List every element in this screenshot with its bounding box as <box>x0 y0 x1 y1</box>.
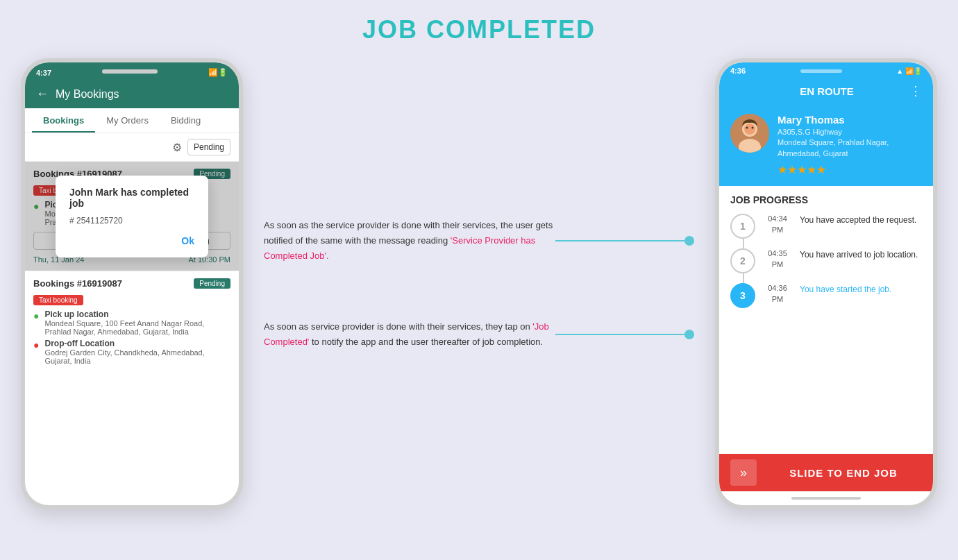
pickup-dot-2: ● <box>33 310 39 321</box>
dialog-overlay: John Mark has completed job # 2541125720… <box>25 162 239 271</box>
back-button[interactable]: ← <box>36 87 49 101</box>
dropoff-label-2: Drop-off Location <box>44 339 230 348</box>
step-time-2: 04:35PM <box>764 248 791 270</box>
booking-header-2: Bookings #16919087 Pending <box>33 278 230 289</box>
pickup-label-2: Pick up location <box>44 309 230 319</box>
step-desc-2: You have arrived to job location. <box>800 248 922 260</box>
svg-point-4 <box>746 127 748 129</box>
end-dot-2 <box>684 330 694 339</box>
tab-bidding[interactable]: Bidding <box>160 108 212 133</box>
slide-text: SLIDE TO END JOB <box>765 467 922 479</box>
step-circle-3: 3 <box>730 283 755 308</box>
pickup-item-2: ● Pick up location Mondeal Square, 100 F… <box>33 309 230 336</box>
svg-point-5 <box>752 127 754 129</box>
step-desc-3: You have started the job. <box>800 283 922 294</box>
step-circle-1: 1 <box>730 214 755 239</box>
svg-point-3 <box>744 124 755 135</box>
pickup-address-2: Mondeal Square, 100 Feet Anand Nagar Roa… <box>44 319 230 336</box>
provider-avatar <box>730 114 769 153</box>
right-header: EN ROUTE ⋮ <box>719 78 933 107</box>
page-title: JOB COMPLETED <box>362 15 596 44</box>
booking-id-2: Bookings #16919087 <box>33 278 122 289</box>
tabs-bar: Bookings My Orders Bidding <box>25 108 239 133</box>
progress-step-3: 3 04:36PM You have started the job. <box>730 283 922 308</box>
flex-spacer <box>719 328 933 454</box>
step-time-3: 04:36PM <box>764 283 791 305</box>
left-time: 4:37 <box>36 69 51 77</box>
dropoff-item-2: ● Drop-off Location Godrej Garden City, … <box>33 339 230 365</box>
provider-name: Mary Thomas <box>778 114 922 126</box>
screen-title: EN ROUTE <box>744 85 909 97</box>
job-progress-section: JOB PROGRESS 1 04:34PM You have accepted… <box>719 186 933 328</box>
filter-bar: ⚙ Pending <box>25 133 239 161</box>
end-dot-1 <box>684 236 694 246</box>
left-status-bar: 4:37 📶🔋 <box>25 62 239 80</box>
right-status-icons: ▲ 📶🔋 <box>896 67 922 75</box>
annotations-area: As soon as the service provider is done … <box>250 204 708 364</box>
step-time-1: 04:34PM <box>764 214 791 235</box>
annotation-text-1: As soon as the service provider is done … <box>264 218 555 264</box>
annotation-row-1: As soon as the service provider is done … <box>264 218 694 264</box>
provider-stars: ★★★★★ <box>778 163 922 176</box>
header-title: My Bookings <box>56 88 119 101</box>
slide-arrow-icon: » <box>730 459 757 486</box>
right-phone: 4:36 ▲ 📶🔋 EN ROUTE ⋮ <box>715 58 937 509</box>
annotation-row-2: As soon as service provider is done with… <box>264 319 694 350</box>
step-circle-2: 2 <box>730 248 755 273</box>
status-filter[interactable]: Pending <box>187 139 230 155</box>
dropoff-address-2: Godrej Garden City, Chandkheda, Ahmedaba… <box>44 348 230 365</box>
booking-card-2: Bookings #16919087 Pending Taxi booking … <box>25 271 239 375</box>
annotation-line-2 <box>555 330 694 339</box>
dialog-job-number: # 2541125720 <box>69 214 194 227</box>
annotation-text-2: As soon as service provider is done with… <box>264 319 555 350</box>
booking-card-1: Bookings #16919087 Pending Taxi booking … <box>25 161 239 271</box>
provider-address-line3: Ahmedabad, Gujarat <box>778 149 922 159</box>
provider-info: Mary Thomas A305,S.G Highway Mondeal Squ… <box>778 114 922 176</box>
provider-address-line2: Mondeal Square, Prahlad Nagar, <box>778 137 922 148</box>
annotation-line-1 <box>555 236 694 246</box>
left-phone: 4:37 📶🔋 ← My Bookings Bookings My Orders… <box>21 58 243 509</box>
progress-step-2: 2 04:35PM You have arrived to job locati… <box>730 248 922 273</box>
left-header: ← My Bookings <box>25 80 239 108</box>
menu-dots-icon[interactable]: ⋮ <box>909 83 922 99</box>
step-desc-1: You have accepted the request. <box>800 214 922 225</box>
tab-bookings[interactable]: Bookings <box>32 108 95 133</box>
home-bar <box>791 497 861 500</box>
status-badge-2: Pending <box>194 278 230 289</box>
progress-step-1: 1 04:34PM You have accepted the request. <box>730 214 922 239</box>
provider-address-line1: A305,S.G Highway <box>778 127 922 137</box>
dialog-title: John Mark has completed job <box>69 187 194 209</box>
dialog-ok-button[interactable]: Ok <box>69 235 194 246</box>
slide-bar[interactable]: » SLIDE TO END JOB <box>719 454 933 491</box>
progress-title: JOB PROGRESS <box>730 194 922 205</box>
tab-my-orders[interactable]: My Orders <box>95 108 160 133</box>
right-status-bar: 4:36 ▲ 📶🔋 <box>719 62 933 78</box>
h-line-1 <box>555 240 684 241</box>
notch <box>102 69 158 74</box>
provider-card: Mary Thomas A305,S.G Highway Mondeal Squ… <box>719 107 933 186</box>
left-status-icons: 📶🔋 <box>208 68 228 77</box>
category-badge-2: Taxi booking <box>33 295 83 305</box>
right-time: 4:36 <box>730 67 746 75</box>
h-line-2 <box>555 334 684 335</box>
right-notch <box>800 69 842 73</box>
home-indicator <box>719 491 933 505</box>
filter-icon[interactable]: ⚙ <box>172 141 182 154</box>
dialog-box: John Mark has completed job # 2541125720… <box>56 176 208 257</box>
dropoff-dot-2: ● <box>33 339 39 350</box>
